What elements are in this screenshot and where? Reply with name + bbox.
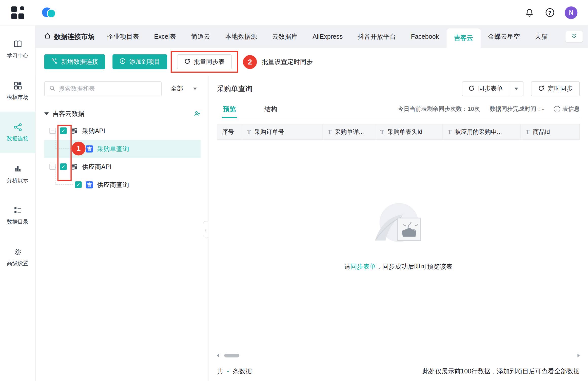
tab-jiandaoyun[interactable]: 简道云: [184, 26, 218, 48]
nav-item-learning-center[interactable]: 学习中心: [0, 29, 35, 70]
info-icon: i: [554, 106, 560, 112]
data-catalog-icon: [13, 206, 22, 215]
sync-form-button[interactable]: 同步表单: [462, 82, 509, 96]
tree-leaf-label: 供应商查询: [97, 180, 129, 189]
tab-structure[interactable]: 结构: [263, 101, 278, 118]
column-label: 被应用的采购申...: [455, 128, 502, 136]
row-count-label: 共: [217, 367, 223, 375]
column-label: 商品Id: [533, 128, 550, 136]
top-bar: ? N: [0, 0, 588, 26]
search-input[interactable]: [59, 86, 156, 92]
nav-item-advanced-settings[interactable]: 高级设置: [0, 236, 35, 278]
batch-schedule-sync-button[interactable]: 批量设置定时同步: [262, 57, 313, 66]
caret-down-icon[interactable]: [44, 112, 49, 115]
nav-item-data-connection[interactable]: 数据连接: [0, 112, 35, 153]
datasource-market-label: 数据连接市场: [54, 32, 94, 41]
batch-sync-tables-button[interactable]: 批量同步表: [177, 54, 232, 69]
empty-state-message: 请同步表单，同步成功后即可预览该表: [344, 262, 453, 271]
column-header-purchase-detail[interactable]: T 采购单详...: [323, 124, 375, 140]
notifications-bell-icon[interactable]: [524, 7, 535, 18]
tab-tmall[interactable]: 天猫: [527, 26, 555, 48]
column-header-applied-purchase[interactable]: T 被应用的采购申...: [443, 124, 521, 140]
data-connection-icon: [13, 122, 22, 132]
tree-leaf-purchase-order-query[interactable]: 吉 采购单查询: [44, 140, 201, 158]
learning-center-icon: [13, 39, 22, 49]
batch-sync-annotated-group: 批量同步表: [177, 54, 232, 69]
home-icon: [44, 32, 51, 41]
table-preview-panel: 采购单查询 同步表单 定时同步: [208, 76, 588, 381]
text-type-icon: T: [448, 129, 452, 135]
column-header-purchase-header-id[interactable]: T 采购单表头Id: [375, 124, 443, 140]
tree-leaf-label: 采购单查询: [97, 144, 129, 153]
sync-form-link[interactable]: 同步表单: [350, 263, 376, 270]
tree-leaf-supplier-query[interactable]: 吉 供应商查询: [44, 176, 201, 194]
tab-preview[interactable]: 预览: [222, 101, 237, 118]
brand-logo-icon[interactable]: [42, 7, 57, 18]
tab-aliexpress[interactable]: AliExpress: [305, 26, 350, 48]
tree-root-label: 吉客云数据: [52, 109, 84, 118]
horizontal-scrollbar[interactable]: [217, 353, 580, 358]
nav-label: 高级设置: [7, 260, 29, 267]
add-connection-icon: [51, 58, 58, 66]
tab-facebook[interactable]: Facebook: [403, 26, 446, 48]
sync-time-text: 数据同步完成时间：-: [490, 105, 544, 113]
tab-local-datasource[interactable]: 本地数据源: [218, 26, 265, 48]
datasource-tabstrip: 数据连接市场 企业项目表 Excel表 简道云 本地数据源 云数据库 AliEx…: [36, 26, 588, 48]
panel-collapse-handle[interactable]: ‹: [203, 221, 208, 238]
button-label: 添加到项目: [129, 58, 160, 66]
schedule-sync-button[interactable]: 定时同步: [531, 81, 580, 96]
add-user-icon[interactable]: [193, 110, 201, 117]
settings-gear-icon: [13, 247, 22, 257]
nav-label: 模板市场: [7, 94, 29, 101]
add-to-project-button[interactable]: 添加到项目: [112, 54, 167, 69]
column-header-index: 序号: [217, 124, 242, 140]
nav-item-analysis-display[interactable]: 分析展示: [0, 153, 35, 195]
collapse-minus-icon[interactable]: [49, 128, 55, 134]
nav-label: 数据目录: [7, 218, 29, 225]
tab-enterprise-project-table[interactable]: 企业项目表: [100, 26, 147, 48]
app-window: ? N 学习中心 模板市场 数据连接 分析展示: [0, 0, 588, 381]
tree-root-jikecloud-data[interactable]: 吉客云数据: [44, 105, 201, 122]
help-icon[interactable]: ?: [544, 7, 555, 18]
table-tree: 吉客云数据 采购API 吉 采购单查询: [44, 105, 201, 194]
annotation-step-1-badge: 1: [72, 142, 86, 156]
new-data-connection-button[interactable]: 新增数据连接: [44, 54, 105, 69]
scroll-right-arrow-icon[interactable]: [577, 354, 580, 357]
scrollbar-thumb[interactable]: [224, 354, 239, 357]
tab-douyin-open-platform[interactable]: 抖音开放平台: [350, 26, 403, 48]
row-count-unit: 条数据: [233, 367, 252, 375]
nav-label: 数据连接: [7, 135, 29, 142]
tab-kingdee-cloud[interactable]: 金蝶云星空: [481, 26, 527, 48]
template-market-icon: [13, 81, 22, 90]
refresh-icon: [184, 58, 190, 66]
tree-node-label: 采购API: [82, 126, 105, 135]
empty-state-illustration: [364, 201, 432, 249]
column-header-product-id[interactable]: T 商品Id: [521, 124, 580, 140]
chevron-left-icon: ‹: [205, 226, 207, 232]
checkbox-supplier-query[interactable]: [75, 181, 82, 188]
scroll-left-arrow-icon[interactable]: [217, 354, 219, 357]
table-info-button[interactable]: i 表信息: [554, 105, 580, 113]
button-label: 新增数据连接: [61, 58, 98, 66]
left-nav-rail: 学习中心 模板市场 数据连接 分析展示 数据目录 高级设置: [0, 26, 36, 381]
datasource-tree-panel: 全部 吉客云数据: [36, 76, 209, 381]
refresh-icon: [538, 85, 544, 93]
tab-cloud-database[interactable]: 云数据库: [265, 26, 305, 48]
scope-filter-dropdown[interactable]: 全部: [162, 81, 201, 96]
tab-jikecloud-active[interactable]: 吉客云: [446, 29, 481, 48]
user-avatar[interactable]: N: [565, 6, 577, 19]
workspace-grid-logo-icon[interactable]: [11, 6, 24, 19]
datasource-market-home[interactable]: 数据连接市场: [44, 32, 94, 41]
filter-value: 全部: [171, 85, 183, 93]
nav-item-data-catalog[interactable]: 数据目录: [0, 195, 35, 236]
empty-text-prefix: 请: [344, 263, 350, 270]
column-header-purchase-order-no[interactable]: T 采购订单号: [242, 124, 323, 140]
column-label: 采购订单号: [254, 128, 284, 136]
nav-item-template-market[interactable]: 模板市场: [0, 70, 35, 112]
tabs-expand-button[interactable]: [565, 31, 583, 42]
sync-form-dropdown-toggle[interactable]: [509, 82, 523, 96]
collapse-minus-icon[interactable]: [49, 164, 55, 170]
table-info-label: 表信息: [562, 105, 580, 113]
text-type-icon: T: [526, 129, 530, 135]
tab-excel[interactable]: Excel表: [147, 26, 184, 48]
